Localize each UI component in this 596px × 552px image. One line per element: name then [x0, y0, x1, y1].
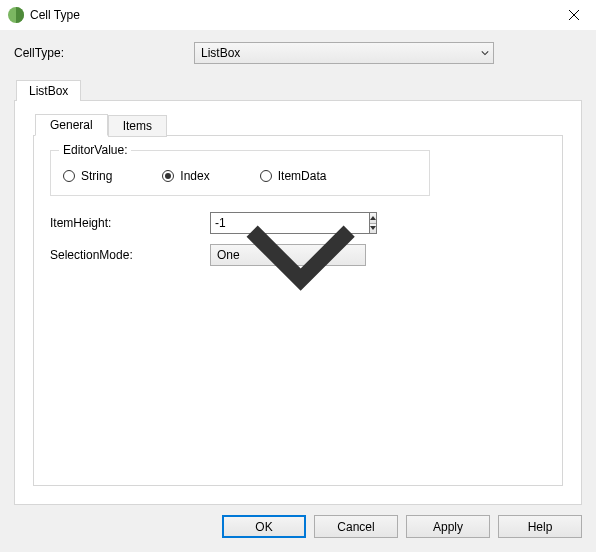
- chevron-down-icon: [481, 49, 489, 57]
- ok-button[interactable]: OK: [222, 515, 306, 538]
- cancel-button[interactable]: Cancel: [314, 515, 398, 538]
- inner-tab-strip: General Items: [33, 113, 563, 135]
- item-height-spin: [369, 212, 377, 234]
- radio-string[interactable]: String: [63, 169, 112, 183]
- window-title: Cell Type: [30, 8, 80, 22]
- title-left: Cell Type: [8, 7, 80, 23]
- dialog-body: CellType: ListBox ListBox General Items: [0, 30, 596, 552]
- editor-value-radios: String Index ItemData: [63, 165, 417, 183]
- cell-type-dialog: Cell Type CellType: ListBox: [0, 0, 596, 552]
- radio-itemdata-label: ItemData: [278, 169, 327, 183]
- chevron-down-icon: [370, 226, 376, 230]
- tab-items[interactable]: Items: [108, 115, 167, 137]
- tab-listbox[interactable]: ListBox: [16, 80, 81, 101]
- radio-string-label: String: [81, 169, 112, 183]
- editor-value-label: EditorValue:: [59, 143, 131, 157]
- close-icon: [569, 10, 579, 20]
- apply-button[interactable]: Apply: [406, 515, 490, 538]
- tab-general[interactable]: General: [35, 114, 108, 136]
- selection-mode-value: One: [217, 248, 240, 262]
- radio-index-label: Index: [180, 169, 209, 183]
- close-button[interactable]: [551, 0, 596, 30]
- dialog-button-row: OK Cancel Apply Help: [14, 515, 582, 538]
- selection-mode-select[interactable]: One: [210, 244, 366, 266]
- chevron-down-icon: [240, 219, 361, 292]
- app-icon: [8, 7, 24, 23]
- chevron-up-icon: [370, 216, 376, 220]
- selection-mode-label: SelectionMode:: [50, 248, 210, 262]
- celltype-select-wrap: ListBox: [194, 42, 494, 64]
- item-height-up[interactable]: [370, 213, 376, 224]
- titlebar: Cell Type: [0, 0, 596, 30]
- celltype-label: CellType:: [14, 46, 194, 60]
- outer-tab-strip: ListBox: [14, 78, 582, 100]
- inner-panel-general: EditorValue: String Index ItemData: [33, 135, 563, 486]
- radio-dot-icon: [165, 173, 171, 179]
- selection-mode-row: SelectionMode: One: [50, 244, 546, 266]
- radio-itemdata[interactable]: ItemData: [260, 169, 327, 183]
- item-height-label: ItemHeight:: [50, 216, 210, 230]
- help-button[interactable]: Help: [498, 515, 582, 538]
- celltype-select-value: ListBox: [201, 46, 240, 60]
- radio-icon: [63, 170, 75, 182]
- radio-index[interactable]: Index: [162, 169, 209, 183]
- celltype-select[interactable]: ListBox: [194, 42, 494, 64]
- editor-value-group: EditorValue: String Index ItemData: [50, 150, 430, 196]
- item-height-down[interactable]: [370, 224, 376, 234]
- celltype-row: CellType: ListBox: [14, 40, 582, 66]
- outer-panel: General Items EditorValue: String Index: [14, 100, 582, 505]
- radio-icon: [260, 170, 272, 182]
- radio-icon: [162, 170, 174, 182]
